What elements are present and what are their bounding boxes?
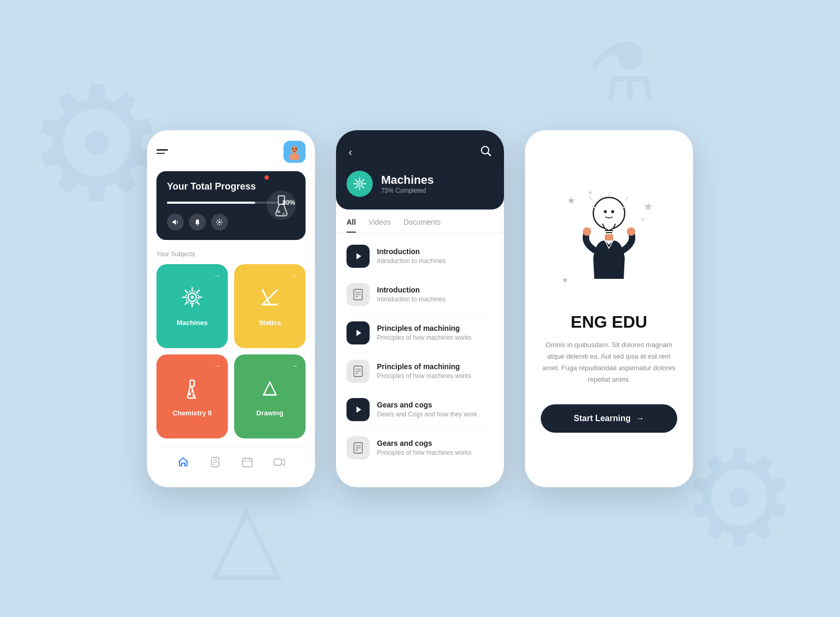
play-icon-5 bbox=[346, 398, 370, 421]
home-header bbox=[156, 141, 306, 163]
course-info: Machines 75% Completed bbox=[346, 171, 494, 197]
svg-point-53 bbox=[604, 210, 607, 213]
course-item-2[interactable]: Introduction Introduction to machines bbox=[346, 276, 494, 314]
svg-point-17 bbox=[188, 392, 191, 395]
svg-line-13 bbox=[262, 290, 277, 305]
course-title: Machines bbox=[381, 173, 434, 187]
phone-home: Your Total Progress 80% bbox=[147, 130, 315, 487]
svg-rect-16 bbox=[190, 380, 194, 386]
doc-icon-6 bbox=[346, 436, 370, 459]
avatar[interactable] bbox=[284, 141, 306, 163]
item-title-4: Principles of machining bbox=[377, 362, 471, 371]
svg-marker-20 bbox=[264, 382, 276, 395]
tab-all[interactable]: All bbox=[346, 218, 356, 233]
course-item-text-3: Principles of machining Principles of ho… bbox=[377, 324, 471, 341]
svg-point-4 bbox=[197, 224, 198, 225]
settings-button[interactable] bbox=[211, 214, 228, 231]
phone-landing: ★ ★ ★ ★ ★ bbox=[525, 130, 693, 487]
progress-bar-fill bbox=[167, 202, 255, 204]
subject-card-chemistry[interactable]: → Chemistry II bbox=[156, 354, 228, 438]
svg-marker-40 bbox=[356, 330, 361, 336]
sound-button[interactable] bbox=[167, 214, 184, 231]
person-illustration bbox=[567, 190, 651, 295]
drawing-label: Drawing bbox=[256, 409, 283, 417]
machines-label: Machines bbox=[176, 319, 207, 327]
drawing-icon bbox=[258, 376, 281, 404]
chemistry-arrow: → bbox=[213, 362, 220, 370]
course-item-text-1: Introduction Introduction to machines bbox=[377, 247, 446, 265]
star-5: ★ bbox=[588, 190, 593, 195]
nav-docs[interactable] bbox=[209, 456, 222, 472]
svg-point-19 bbox=[191, 391, 193, 392]
flask-illustration bbox=[266, 190, 297, 221]
subject-card-machines[interactable]: → Machines bbox=[156, 264, 228, 348]
course-item-text-2: Introduction Introduction to machines bbox=[377, 286, 446, 303]
svg-point-2 bbox=[292, 148, 294, 150]
course-item-3[interactable]: Principles of machining Principles of ho… bbox=[346, 314, 494, 352]
star-4: ★ bbox=[640, 216, 646, 223]
svg-rect-30 bbox=[274, 459, 281, 465]
star-2: ★ bbox=[643, 200, 654, 214]
subject-card-statics[interactable]: → Statics bbox=[234, 264, 306, 348]
course-item-6[interactable]: Gears and cogs Principles of how machine… bbox=[346, 429, 494, 467]
back-button[interactable]: ‹ bbox=[346, 144, 354, 160]
item-subtitle-1: Introduction to machines bbox=[377, 257, 446, 265]
bottom-nav bbox=[156, 447, 306, 477]
course-item-1[interactable]: Introduction Introduction to machines bbox=[346, 237, 494, 276]
course-completed: 75% Completed bbox=[381, 187, 434, 194]
illustration-area: ★ ★ ★ ★ ★ bbox=[556, 184, 662, 300]
svg-marker-35 bbox=[356, 253, 361, 259]
course-item-text-6: Gears and cogs Principles of how machine… bbox=[377, 439, 471, 456]
menu-button[interactable] bbox=[156, 149, 168, 154]
svg-point-11 bbox=[191, 296, 194, 299]
svg-point-54 bbox=[611, 210, 614, 213]
play-icon-1 bbox=[346, 245, 370, 268]
svg-point-34 bbox=[359, 183, 361, 185]
nav-video[interactable] bbox=[273, 456, 286, 472]
notification-button[interactable] bbox=[189, 214, 206, 231]
tab-videos[interactable]: Videos bbox=[369, 218, 391, 233]
course-list: Introduction Introduction to machines bbox=[336, 233, 504, 487]
subjects-grid: → Machines → bbox=[156, 264, 306, 438]
chemistry-label: Chemistry II bbox=[173, 409, 212, 417]
start-button-label: Start Learning bbox=[574, 414, 631, 423]
course-item-text-4: Principles of machining Principles of ho… bbox=[377, 362, 471, 380]
course-item-4[interactable]: Principles of machining Principles of ho… bbox=[346, 352, 494, 391]
machines-icon bbox=[181, 286, 204, 313]
statics-icon bbox=[258, 286, 281, 313]
svg-point-1 bbox=[289, 153, 300, 160]
item-subtitle-3: Principles of how machines works bbox=[377, 334, 471, 341]
item-subtitle-2: Introduction to machines bbox=[377, 296, 446, 303]
phones-container: Your Total Progress 80% bbox=[147, 130, 693, 487]
course-icon bbox=[346, 171, 373, 197]
svg-point-3 bbox=[296, 148, 297, 150]
item-title-5: Gears and cogs bbox=[377, 401, 477, 409]
item-subtitle-6: Principles of how machines works bbox=[377, 449, 471, 456]
svg-point-18 bbox=[192, 394, 194, 396]
item-subtitle-5: Gears and Cogs and how they work bbox=[377, 411, 477, 418]
star-1: ★ bbox=[567, 195, 575, 206]
start-button-arrow: → bbox=[636, 414, 644, 423]
nav-home[interactable] bbox=[177, 456, 190, 472]
svg-line-32 bbox=[488, 153, 491, 155]
app-description: Omnis in quibusdam. Sit dolores magnam a… bbox=[541, 339, 677, 385]
start-learning-button[interactable]: Start Learning → bbox=[541, 404, 677, 433]
course-header-text: Machines 75% Completed bbox=[381, 173, 434, 194]
notification-dot bbox=[265, 175, 269, 180]
item-title-2: Introduction bbox=[377, 286, 446, 294]
item-title-6: Gears and cogs bbox=[377, 439, 471, 447]
star-3: ★ bbox=[562, 276, 569, 284]
search-button[interactable] bbox=[478, 143, 494, 161]
svg-point-0 bbox=[291, 146, 298, 153]
item-title-1: Introduction bbox=[377, 247, 446, 256]
tab-documents[interactable]: Documents bbox=[403, 218, 440, 233]
statics-label: Statics bbox=[259, 319, 281, 327]
subject-card-drawing[interactable]: → Drawing bbox=[234, 354, 306, 438]
course-item-5[interactable]: Gears and cogs Gears and Cogs and how th… bbox=[346, 391, 494, 429]
course-nav: ‹ bbox=[346, 143, 494, 161]
doc-icon-4 bbox=[346, 360, 370, 383]
nav-calendar[interactable] bbox=[241, 456, 254, 472]
app-title: ENG EDU bbox=[571, 312, 647, 332]
phone-course: ‹ bbox=[336, 130, 504, 487]
svg-point-57 bbox=[627, 227, 635, 236]
